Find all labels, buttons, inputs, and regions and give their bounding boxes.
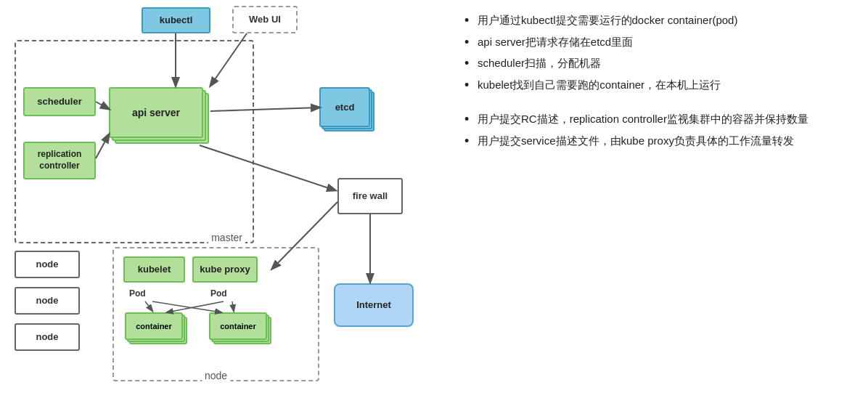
diagram-section: master node kubectl Web UI api server	[0, 0, 457, 401]
bullet-item-5: 用户提交RC描述，replication controller监视集群中的容器并…	[464, 110, 853, 129]
node3-box: node	[15, 323, 80, 351]
gap-spacer	[464, 97, 853, 110]
diagram-area: master node kubectl Web UI api server	[0, 0, 457, 401]
pod-label-2: Pod	[210, 288, 227, 299]
bullet-list: 用户通过kubectl提交需要运行的docker container(pod) …	[464, 11, 853, 94]
webui-box: Web UI	[232, 6, 298, 33]
node1-box: node	[15, 251, 80, 278]
replication-controller-box: replicationcontroller	[23, 142, 96, 179]
node2-box: node	[15, 287, 80, 315]
kubelet-box: kubelet	[123, 256, 185, 283]
etcd-main: etcd	[319, 87, 370, 127]
bullet-item-3: scheduler扫描，分配机器	[464, 54, 853, 73]
firewall-box: fire wall	[337, 178, 403, 214]
cs1-main: container	[125, 312, 183, 340]
bullet-list-2: 用户提交RC描述，replication controller监视集群中的容器并…	[464, 110, 853, 150]
node-area-label: node	[202, 370, 230, 381]
kubectl-box: kubectl	[142, 7, 210, 33]
kubeproxy-box: kube proxy	[192, 256, 258, 283]
pod-label-1: Pod	[129, 288, 146, 299]
internet-box: Internet	[334, 283, 414, 327]
text-section: 用户通过kubectl提交需要运行的docker container(pod) …	[457, 0, 868, 401]
scheduler-box: scheduler	[23, 87, 96, 116]
bullet-item-6: 用户提交service描述文件，由kube proxy负责具体的工作流量转发	[464, 131, 853, 150]
api-server-main: api server	[109, 87, 203, 138]
master-label: master	[208, 232, 245, 243]
bullet-item-4: kubelet找到自己需要跑的container，在本机上运行	[464, 76, 853, 94]
bullet-item-2: api server把请求存储在etcd里面	[464, 33, 853, 52]
bullet-item-1: 用户通过kubectl提交需要运行的docker container(pod)	[464, 11, 853, 30]
cs2-main: container	[209, 312, 267, 340]
